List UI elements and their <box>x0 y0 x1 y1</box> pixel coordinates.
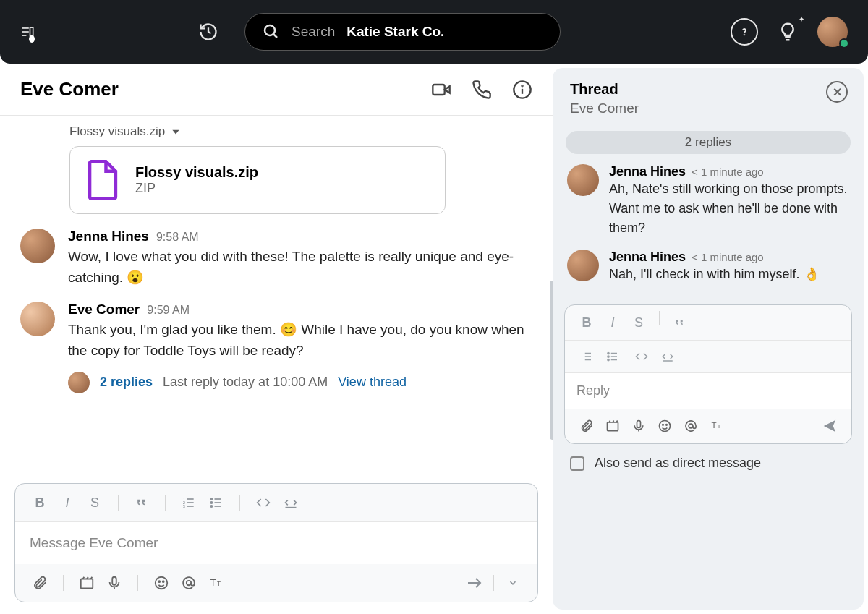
format-toggle-button[interactable]: TT <box>705 414 728 438</box>
history-icon[interactable] <box>198 22 218 42</box>
thread-panel: Thread Eve Comer ✕ 2 replies Jenna Hines… <box>553 68 864 610</box>
message-composer: B I S 123 Message Eve Comer <box>14 483 538 602</box>
chat-title[interactable]: Eve Comer <box>20 78 119 101</box>
message-row: Jenna Hines 9:58 AM Wow, I love what you… <box>20 229 532 289</box>
message-author[interactable]: Jenna Hines <box>68 229 149 244</box>
audio-clip-button[interactable] <box>103 571 126 594</box>
avatar[interactable] <box>20 229 55 263</box>
message-input[interactable]: Message Eve Comer <box>15 522 537 564</box>
format-toolbar: B I S <box>565 305 851 341</box>
search-workspace: Katie Stark Co. <box>346 24 444 40</box>
message-time: < 1 minute ago <box>692 251 764 263</box>
svg-text:3: 3 <box>183 504 185 508</box>
video-clip-button[interactable] <box>75 571 98 594</box>
thread-subtitle[interactable]: Eve Comer <box>570 101 846 116</box>
file-name: Flossy visuals.zip <box>135 164 258 181</box>
tips-button[interactable]: ✦ <box>774 18 801 46</box>
message-author[interactable]: Jenna Hines <box>609 250 686 265</box>
svg-point-42 <box>608 356 609 357</box>
ordered-list-button[interactable] <box>575 345 598 368</box>
user-avatar[interactable] <box>817 17 848 47</box>
svg-point-30 <box>163 581 164 582</box>
file-card[interactable]: Flossy visuals.zip ZIP <box>69 146 446 214</box>
codeblock-button[interactable] <box>279 491 302 514</box>
file-attachment-label[interactable]: Flossy visuals.zip <box>69 124 532 139</box>
message-text: Thank you, I'm glad you like them. 😊 Whi… <box>68 319 532 362</box>
close-thread-button[interactable]: ✕ <box>826 81 848 103</box>
bullet-list-button[interactable] <box>205 491 228 514</box>
ordered-list-button[interactable]: 123 <box>177 491 200 514</box>
strike-button[interactable]: S <box>627 311 650 334</box>
also-send-checkbox[interactable] <box>570 456 584 471</box>
svg-point-29 <box>158 581 160 582</box>
send-options-button[interactable] <box>501 571 524 594</box>
presence-indicator <box>839 38 849 48</box>
info-icon[interactable] <box>512 80 532 100</box>
svg-text:T: T <box>712 420 717 430</box>
send-button[interactable] <box>463 571 486 594</box>
attach-button[interactable] <box>28 571 51 594</box>
message-author[interactable]: Jenna Hines <box>609 164 686 179</box>
thread-composer: B I S Reply TT <box>564 304 852 444</box>
svg-point-22 <box>210 498 213 500</box>
code-button[interactable] <box>252 491 275 514</box>
svg-point-4 <box>265 25 275 35</box>
svg-point-23 <box>210 502 213 504</box>
chat-panel: Eve Comer Flossy visuals.zip Flossy visu… <box>0 64 553 614</box>
bold-button[interactable]: B <box>28 491 51 514</box>
format-toolbar: B I S 123 <box>15 484 537 522</box>
svg-rect-7 <box>433 85 444 95</box>
svg-point-31 <box>187 581 191 585</box>
thread-title: Thread <box>570 81 846 98</box>
search-label: Search <box>292 24 335 40</box>
chevron-down-icon <box>171 127 181 137</box>
audio-clip-button[interactable] <box>627 414 650 438</box>
phone-call-icon[interactable] <box>472 80 492 100</box>
search-icon <box>263 23 280 40</box>
message-row: Eve Comer 9:59 AM Thank you, I'm glad yo… <box>20 302 532 393</box>
mention-button[interactable] <box>679 414 702 438</box>
search-bar[interactable]: Search Katie Stark Co. <box>244 13 561 51</box>
video-call-icon[interactable] <box>431 80 451 100</box>
sparkle-icon: ✦ <box>799 15 804 23</box>
svg-point-43 <box>608 359 609 360</box>
svg-point-50 <box>689 424 693 428</box>
bullet-list-button[interactable] <box>601 345 624 368</box>
codeblock-button[interactable] <box>656 345 679 368</box>
replies-count[interactable]: 2 replies <box>100 375 153 390</box>
svg-rect-45 <box>608 422 618 431</box>
svg-marker-12 <box>173 130 179 135</box>
mention-button[interactable] <box>177 571 200 594</box>
help-button[interactable] <box>731 18 758 46</box>
video-clip-button[interactable] <box>601 414 624 438</box>
quote-button[interactable] <box>668 311 692 334</box>
nav-icon[interactable] <box>20 22 41 42</box>
quote-button[interactable] <box>130 491 153 514</box>
italic-button[interactable]: I <box>601 311 624 334</box>
emoji-button[interactable] <box>653 414 676 438</box>
attach-button[interactable] <box>575 414 598 438</box>
topbar: Search Katie Stark Co. ✦ <box>0 0 868 64</box>
svg-point-49 <box>666 425 668 426</box>
avatar[interactable] <box>567 250 599 281</box>
emoji-button[interactable] <box>150 571 173 594</box>
svg-point-24 <box>210 506 213 508</box>
svg-text:T: T <box>217 581 221 587</box>
view-thread-link[interactable]: View thread <box>338 375 407 390</box>
strike-button[interactable]: S <box>83 491 106 514</box>
avatar[interactable] <box>20 302 55 336</box>
thread-summary[interactable]: 2 replies Last reply today at 10:00 AM V… <box>68 372 532 393</box>
format-toggle-button[interactable]: TT <box>205 571 228 594</box>
thread-message-list: Jenna Hines < 1 minute ago Ah, Nate's st… <box>553 161 864 299</box>
send-button[interactable] <box>818 414 841 438</box>
italic-button[interactable]: I <box>56 491 79 514</box>
message-author[interactable]: Eve Comer <box>68 302 140 317</box>
avatar[interactable] <box>567 164 599 196</box>
avatar <box>68 372 90 393</box>
message-time: 9:58 AM <box>156 231 199 244</box>
code-button[interactable] <box>630 345 653 368</box>
bold-button[interactable]: B <box>575 311 598 334</box>
message-time: 9:59 AM <box>147 304 190 317</box>
also-send-row[interactable]: Also send as direct message <box>553 444 864 472</box>
reply-input[interactable]: Reply <box>565 373 851 409</box>
